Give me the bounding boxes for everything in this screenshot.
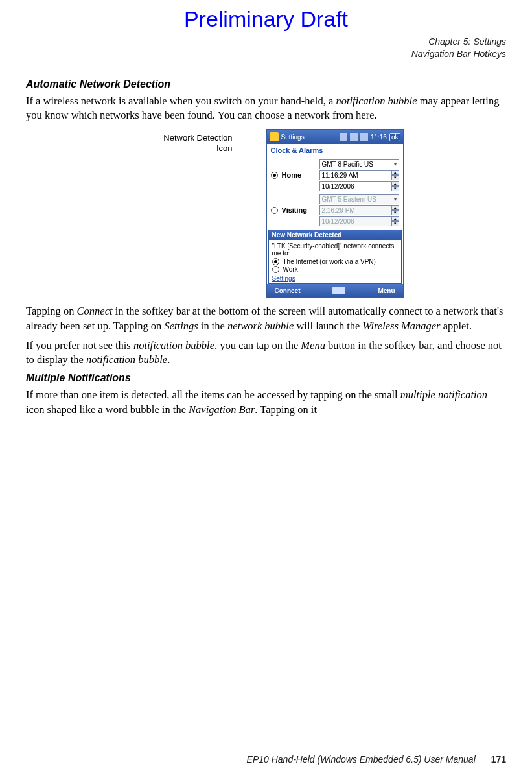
- device-titlebar: Settings 11:16 ok: [267, 130, 403, 144]
- device-clock: 11:16: [371, 134, 387, 141]
- device-title: Settings: [281, 134, 305, 141]
- heading-auto-network-detection: Automatic Network Detection: [26, 78, 506, 90]
- text: If a wireless network is available when …: [26, 95, 336, 107]
- callout-text: Icon: [216, 143, 233, 153]
- callout-line: [237, 137, 262, 137]
- radio-internet[interactable]: [272, 258, 279, 265]
- spinner[interactable]: ▴▾: [391, 216, 399, 226]
- radio-home[interactable]: [271, 172, 278, 179]
- paragraph: If you prefer not see this notification …: [26, 339, 506, 368]
- text: in the: [198, 320, 227, 332]
- draft-header: Preliminary Draft: [26, 6, 506, 32]
- spinner[interactable]: ▴▾: [391, 170, 399, 180]
- softkey-connect[interactable]: Connect: [275, 287, 301, 294]
- text-em: Connect: [77, 305, 113, 317]
- keyboard-icon[interactable]: [332, 287, 345, 294]
- start-flag-icon[interactable]: [270, 132, 279, 141]
- network-popup: New Network Detected "LTK [Security-enab…: [268, 230, 402, 284]
- visiting-timezone-select[interactable]: GMT-5 Eastern US: [319, 194, 399, 204]
- spinner[interactable]: ▴▾: [391, 205, 399, 215]
- footer-text: EP10 Hand-Held (Windows Embedded 6.5) Us…: [247, 754, 476, 765]
- text: If more than one item is detected, all t…: [26, 388, 400, 401]
- page-number: 171: [491, 754, 506, 765]
- figure: Network Detection Icon Settings 11:16 ok…: [26, 129, 506, 298]
- home-date-field[interactable]: 10/12/2006: [319, 181, 391, 191]
- label-home: Home: [282, 171, 317, 179]
- signal-icon[interactable]: [350, 133, 358, 141]
- clock-form: Home GMT-8 Pacific US 11:16:29 AM▴▾ 10/1…: [267, 156, 403, 228]
- popup-title: New Network Detected: [269, 230, 401, 240]
- paragraph: If a wireless network is available when …: [26, 94, 506, 123]
- chapter-meta: Chapter 5: Settings Navigation Bar Hotke…: [26, 36, 506, 60]
- softkey-bar: Connect Menu: [267, 284, 403, 297]
- label-visiting: Visiting: [282, 206, 317, 214]
- callout-text: Network Detection: [163, 133, 232, 143]
- popup-text: "LTK [Security-enabled]" network connect…: [272, 243, 398, 257]
- home-timezone-select[interactable]: GMT-8 Pacific US: [319, 159, 399, 169]
- text: . Tapping on it: [255, 403, 317, 416]
- text-em: Navigation Bar: [189, 403, 255, 416]
- text-em: mul­tiple notification: [400, 388, 487, 401]
- ok-button[interactable]: ok: [389, 133, 400, 141]
- heading-multiple-notifications: Multiple Notifications: [26, 372, 506, 384]
- text: will launch the: [294, 320, 362, 332]
- radio-visiting[interactable]: [271, 207, 278, 214]
- callout-label: Network Detection Icon: [129, 133, 233, 153]
- device-screenshot: Settings 11:16 ok Clock & Alarms Home GM…: [266, 129, 404, 298]
- home-time-field[interactable]: 11:16:29 AM: [319, 170, 391, 180]
- text-em: Menu: [301, 339, 325, 351]
- text-em: Settings: [164, 320, 198, 332]
- paragraph: Tapping on Connect in the softkey bar at…: [26, 304, 506, 333]
- network-detection-icon[interactable]: [340, 133, 347, 141]
- text: applet.: [441, 320, 472, 332]
- text: icon shaped like a word bubble in the: [26, 403, 189, 416]
- text: .: [167, 353, 170, 366]
- popup-option-work: Work: [283, 266, 298, 273]
- softkey-menu[interactable]: Menu: [378, 287, 395, 294]
- volume-icon[interactable]: [360, 133, 368, 141]
- visiting-time-field[interactable]: 2:16:29 PM: [319, 205, 391, 215]
- text-em: network bubble: [227, 320, 294, 332]
- chapter-label: Chapter 5: Settings: [26, 36, 506, 48]
- paragraph: If more than one item is detected, all t…: [26, 388, 506, 417]
- text: Tapping on: [26, 305, 77, 317]
- text-em: notification bubble: [133, 339, 214, 351]
- popup-option-internet: The Internet (or work via a VPN): [283, 258, 376, 265]
- text: If you prefer not see this: [26, 339, 133, 351]
- radio-work[interactable]: [272, 266, 279, 273]
- device-subtitle: Clock & Alarms: [267, 144, 403, 156]
- section-label: Navigation Bar Hotkeys: [26, 48, 506, 60]
- spinner[interactable]: ▴▾: [391, 181, 399, 191]
- text-em: Wireless Manager: [363, 320, 441, 332]
- popup-settings-link[interactable]: Settings: [272, 275, 295, 282]
- text: , you can tap on the: [214, 339, 301, 351]
- text-em: notification bubble: [336, 95, 417, 107]
- text-em: notification bubble: [86, 353, 167, 366]
- page-footer: EP10 Hand-Held (Windows Embedded 6.5) Us…: [247, 754, 506, 765]
- visiting-date-field[interactable]: 10/12/2006: [319, 216, 391, 226]
